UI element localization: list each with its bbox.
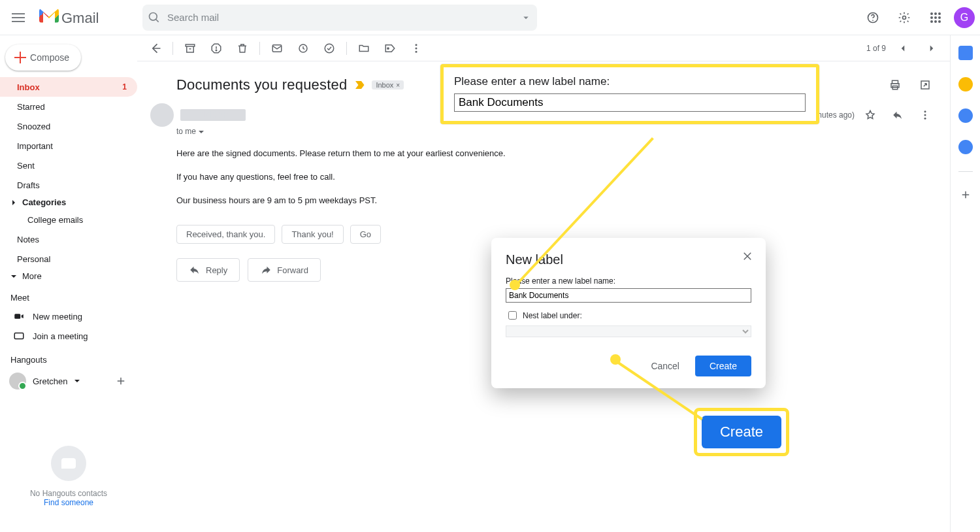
- smart-reply-chip[interactable]: Thank you!: [282, 225, 343, 244]
- annotation-field-label: Please enter a new label name:: [454, 75, 806, 88]
- keyboard-icon: [13, 330, 25, 342]
- svg-point-16: [938, 20, 941, 23]
- sidebar-item-personal[interactable]: Personal: [0, 249, 137, 269]
- smart-reply-chip[interactable]: Received, thank you.: [176, 225, 275, 244]
- meet-join-meeting[interactable]: Join a meeting: [0, 326, 137, 346]
- labels-icon[interactable]: [378, 37, 402, 60]
- svg-point-28: [416, 44, 417, 46]
- gmail-logo[interactable]: Gmail: [37, 8, 137, 27]
- sender-avatar: [150, 103, 174, 127]
- delete-icon[interactable]: [231, 37, 254, 60]
- annotation-callout-create: Create: [694, 408, 789, 456]
- hamburger-menu-icon[interactable]: [5, 5, 31, 31]
- sidebar-item-college-emails[interactable]: College emails: [0, 210, 137, 229]
- search-icon: [148, 11, 161, 24]
- hangouts-add-icon[interactable]: [115, 375, 127, 387]
- email-body: Here are the signed documents. Please re…: [137, 136, 950, 222]
- chevron-right-icon: [10, 199, 17, 206]
- back-icon[interactable]: [144, 37, 167, 60]
- add-app-icon[interactable]: [960, 189, 972, 201]
- compose-button[interactable]: Compose: [5, 44, 81, 71]
- open-new-window-icon[interactable]: [913, 73, 937, 97]
- sidebar-item-more[interactable]: More: [0, 269, 137, 284]
- annotation-callout-input: Please enter a new label name:: [440, 64, 819, 124]
- label-name-input[interactable]: [506, 288, 751, 303]
- prev-page-icon[interactable]: [891, 37, 915, 60]
- forward-button[interactable]: Forward: [248, 258, 321, 282]
- dialog-create-button[interactable]: Create: [695, 356, 751, 376]
- hangouts-find-someone-link[interactable]: Find someone: [0, 498, 137, 507]
- calendar-app-icon[interactable]: [958, 46, 973, 60]
- more-icon[interactable]: [404, 37, 428, 60]
- nest-label: Nest label under:: [523, 311, 582, 320]
- sidebar-item-drafts[interactable]: Drafts: [0, 175, 137, 195]
- sidebar: Compose Inbox 1 Starred Snoozed Importan…: [0, 35, 137, 532]
- message-more-icon[interactable]: [913, 103, 937, 127]
- body-line: If you have any questions, feel free to …: [176, 170, 937, 184]
- tasks-app-icon[interactable]: [958, 108, 973, 123]
- search-box[interactable]: [142, 5, 537, 31]
- toolbar-divider: [346, 42, 347, 55]
- next-page-icon[interactable]: [920, 37, 943, 60]
- svg-rect-17: [14, 314, 20, 319]
- mark-unread-icon[interactable]: [265, 37, 289, 60]
- svg-point-14: [930, 20, 933, 23]
- snooze-icon[interactable]: [291, 37, 315, 60]
- hangouts-user-chip[interactable]: Gretchen: [0, 369, 137, 393]
- search-options-icon[interactable]: [520, 12, 532, 24]
- move-to-icon[interactable]: [352, 37, 376, 60]
- annotation-create-button: Create: [702, 416, 781, 448]
- sender-name-redacted: hidden: [180, 109, 246, 121]
- video-camera-icon: [13, 310, 25, 322]
- svg-point-12: [934, 16, 937, 19]
- archive-icon[interactable]: [178, 37, 202, 60]
- sidebar-item-important[interactable]: Important: [0, 136, 137, 156]
- nest-checkbox[interactable]: [508, 311, 517, 320]
- add-to-tasks-icon[interactable]: [318, 37, 341, 60]
- dialog-cancel-button[interactable]: Cancel: [643, 356, 687, 376]
- keep-app-icon[interactable]: [958, 77, 973, 91]
- annotation-input: [454, 93, 806, 112]
- dialog-close-icon[interactable]: [738, 247, 757, 265]
- label-name-field-label: Please enter a new label name:: [506, 276, 751, 286]
- svg-point-36: [924, 114, 926, 116]
- to-line[interactable]: to me: [137, 127, 950, 136]
- sidebar-item-categories[interactable]: Categories: [0, 195, 137, 210]
- reply-label: Reply: [206, 265, 227, 275]
- remove-label-icon[interactable]: ×: [396, 82, 400, 89]
- hangouts-section-header: Hangouts: [0, 346, 137, 369]
- report-spam-icon[interactable]: [204, 37, 228, 60]
- sidebar-item-sent[interactable]: Sent: [0, 156, 137, 175]
- sidebar-item-notes[interactable]: Notes: [0, 229, 137, 249]
- sidebar-item-label: Starred: [17, 102, 45, 112]
- presence-avatar: [9, 373, 26, 390]
- reply-button[interactable]: Reply: [176, 258, 240, 282]
- account-avatar[interactable]: G: [954, 7, 975, 28]
- sidebar-item-starred[interactable]: Starred: [0, 97, 137, 116]
- inbox-label-chip[interactable]: Inbox ×: [372, 80, 404, 90]
- body-line: Here are the signed documents. Please re…: [176, 146, 937, 161]
- reply-arrow-icon: [189, 264, 201, 276]
- inbox-unread-count: 1: [122, 82, 127, 91]
- settings-gear-icon[interactable]: [891, 5, 917, 31]
- print-icon[interactable]: [883, 73, 907, 97]
- svg-point-15: [934, 20, 937, 23]
- message-toolbar: 1 of 9: [137, 35, 950, 61]
- contacts-app-icon[interactable]: [958, 140, 973, 154]
- google-apps-icon[interactable]: [923, 5, 949, 31]
- support-icon[interactable]: [860, 5, 886, 31]
- hangouts-empty-text: No Hangouts contacts: [0, 489, 137, 498]
- search-input[interactable]: [166, 11, 515, 24]
- email-subject: Documents you requested: [176, 76, 347, 93]
- meet-new-meeting[interactable]: New meeting: [0, 307, 137, 326]
- sidebar-item-label: Personal: [17, 254, 50, 264]
- toolbar-divider: [259, 42, 260, 55]
- sidebar-item-inbox[interactable]: Inbox 1: [0, 77, 137, 97]
- reply-icon[interactable]: [886, 103, 909, 127]
- importance-marker-icon[interactable]: [353, 79, 365, 91]
- smart-reply-chip[interactable]: Go: [350, 225, 381, 244]
- sidebar-item-snoozed[interactable]: Snoozed: [0, 116, 137, 136]
- svg-point-10: [938, 12, 941, 15]
- svg-rect-21: [186, 44, 195, 46]
- star-icon[interactable]: [858, 103, 882, 127]
